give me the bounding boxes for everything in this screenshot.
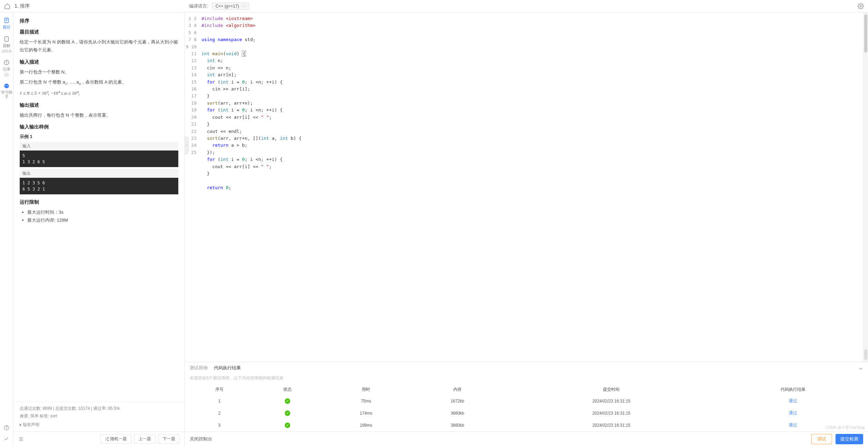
problem-stats: 总通过次数: 8699 | 总提交次数: 10174 | 通过率: 85.5% …: [13, 402, 185, 432]
limit-time: 最大运行时间：3s: [27, 208, 178, 216]
svg-point-8: [7, 85, 8, 86]
cell-no: 1: [186, 395, 253, 407]
language-value: C++ (g++17): [216, 4, 239, 9]
scroll-thumb-bottom[interactable]: [864, 349, 867, 360]
console-panel: 测试用例 代码执行结果 本题目有5个测试用例，以下为全部用例的检测结果 序号 状…: [185, 362, 868, 446]
svg-line-16: [105, 438, 106, 439]
cell-mem: 1672kb: [411, 395, 504, 407]
console-footer: 关闭控制台 调试 提交检测: [185, 432, 868, 446]
clock-icon: [3, 59, 10, 66]
cell-submitted: 2024/02/23 16:31:15: [505, 419, 718, 431]
problem-panel: 排序 题目描述 给定一个长度为 N 的数组 A，请你先从小到大输出它的每个元素，…: [13, 12, 185, 446]
sidebar-item-solutions[interactable]: 题解 (1614): [2, 36, 12, 53]
copyright-toggle[interactable]: 版权声明: [20, 421, 178, 429]
random-button[interactable]: 随机一题: [100, 434, 131, 444]
document-icon: [3, 17, 10, 23]
svg-point-0: [860, 5, 862, 7]
sidebar-item-problem[interactable]: 题目: [3, 17, 10, 30]
tab-results[interactable]: 代码执行结果: [214, 365, 241, 372]
console-info: 本题目有5个测试用例，以下为全部用例的检测结果: [185, 374, 868, 384]
chevron-down-icon: [242, 4, 245, 8]
sidebar-item-assistant[interactable]: 学习助手: [0, 83, 13, 99]
limit-heading: 运行限制: [20, 199, 178, 205]
meta-text: 难度: 简单 标签: sort: [20, 413, 178, 420]
svg-point-10: [7, 429, 7, 429]
cell-result[interactable]: 通过: [719, 419, 867, 431]
cell-time: 189ms: [322, 419, 410, 431]
gear-icon[interactable]: [858, 3, 864, 9]
svg-point-6: [4, 84, 9, 88]
language-select[interactable]: C++ (g++17): [212, 2, 249, 10]
sidebar-item-count: (1): [4, 73, 9, 77]
th-no: 序号: [186, 385, 253, 395]
cell-result[interactable]: 通过: [719, 407, 867, 419]
close-console[interactable]: 关闭控制台: [190, 436, 212, 442]
cell-submitted: 2024/02/23 16:31:15: [505, 395, 718, 407]
tab-testcases[interactable]: 测试用例: [190, 365, 208, 372]
cell-no: 3: [186, 419, 253, 431]
input-label: 输入: [20, 142, 178, 151]
line-gutter: 1 2 3 4 5 6 7 8 9 10 11 12 13 14 15 16 1…: [185, 12, 199, 362]
cell-result[interactable]: 通过: [719, 395, 867, 407]
sample-label: 示例 1: [20, 134, 178, 140]
chevron-down-icon[interactable]: [858, 366, 863, 371]
collapse-handle[interactable]: [185, 137, 189, 154]
check-icon: ✓: [285, 410, 290, 416]
prev-button[interactable]: 上一题: [134, 434, 155, 444]
input-line1: 第一行包含一个整数 N。: [20, 68, 178, 76]
cell-status: ✓: [254, 419, 322, 431]
th-mem: 内存: [411, 385, 504, 395]
svg-point-7: [6, 85, 6, 86]
cell-status: ✓: [254, 395, 322, 407]
sidebar-item-label: 题目: [3, 25, 10, 30]
sidebar-item-label: 学习助手: [0, 90, 13, 99]
cell-time: 174ms: [322, 407, 410, 419]
output-label: 输出: [20, 169, 178, 178]
th-submitted: 提交时间: [505, 385, 718, 395]
shuffle-icon: [105, 437, 109, 441]
table-row: 3✓189ms3660kb2024/02/23 16:31:15通过: [186, 419, 867, 431]
th-status: 状态: [254, 385, 322, 395]
scroll-thumb[interactable]: [864, 14, 867, 52]
list-icon[interactable]: [18, 436, 24, 442]
svg-rect-4: [5, 37, 9, 41]
topbar: 1. 排序 编译语言: C++ (g++17): [0, 0, 868, 12]
sidebar: 题目 题解 (1614) 记录 (1) 学习助手: [0, 12, 13, 446]
chevron-left-icon: [185, 144, 188, 147]
input-heading: 输入描述: [20, 59, 178, 65]
table-row: 2✓174ms3660kb2024/02/23 16:31:15通过: [186, 407, 867, 419]
output-text: 输出共两行，每行包含 N 个整数，表示答案。: [20, 111, 178, 119]
cell-mem: 3660kb: [411, 419, 504, 431]
cell-no: 2: [186, 407, 253, 419]
cell-time: 75ms: [322, 395, 410, 407]
cell-mem: 3660kb: [411, 407, 504, 419]
problem-footer: 随机一题 上一题 下一题: [13, 432, 185, 446]
check-icon: ✓: [285, 423, 290, 428]
input-constraint: 1 ≤ N ≤ 5 × 10⁵, −10⁹ ≤ aᵢ ≤ 10⁹。: [20, 89, 178, 97]
sidebar-item-label: 记录: [3, 67, 10, 72]
code-content[interactable]: #include <iostream> #include <algorithm>…: [199, 12, 863, 362]
stats-icon[interactable]: [3, 436, 10, 442]
desc-text: 给定一个长度为 N 的数组 A，请你先从小到大输出它的每个元素，再从大到小输出它…: [20, 38, 178, 54]
check-icon: ✓: [285, 398, 290, 404]
cell-status: ✓: [254, 407, 322, 419]
th-time: 用时: [322, 385, 410, 395]
output-heading: 输出描述: [20, 102, 178, 108]
code-editor[interactable]: 1 2 3 4 5 6 7 8 9 10 11 12 13 14 15 16 1…: [185, 12, 868, 362]
help-icon[interactable]: [3, 425, 10, 431]
sidebar-item-count: (1614): [2, 49, 12, 53]
language-label: 编译语言:: [189, 3, 208, 9]
minimap-scrollbar[interactable]: [863, 12, 868, 362]
next-button[interactable]: 下一题: [158, 434, 180, 444]
th-result: 代码执行结果: [719, 385, 867, 395]
bot-icon: [3, 83, 10, 89]
problem-content: 排序 题目描述 给定一个长度为 N 的数组 A，请你先从小到大输出它的每个元素，…: [13, 12, 185, 402]
limit-mem: 最大运行内存: 128M: [27, 216, 178, 224]
submit-button[interactable]: 提交检测: [836, 434, 863, 444]
home-icon[interactable]: [4, 3, 10, 9]
debug-button[interactable]: 调试: [811, 434, 832, 444]
cell-submitted: 2024/02/23 16:31:15: [505, 407, 718, 419]
triangle-right-icon: [20, 424, 21, 426]
page-title: 1. 排序: [15, 3, 30, 9]
sidebar-item-records[interactable]: 记录 (1): [3, 59, 10, 77]
